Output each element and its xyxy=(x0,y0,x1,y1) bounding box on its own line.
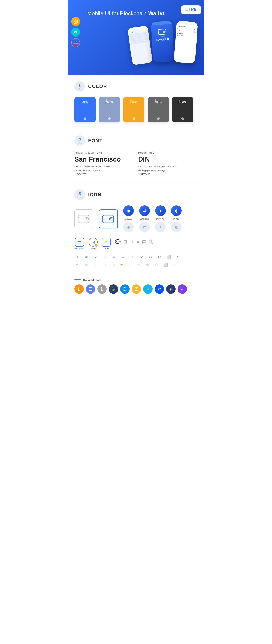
nav-exchange: ⇄ Exchange ⇄ xyxy=(139,205,150,232)
font1-lower: abcdefghijklmnopqrstuvwxyz xyxy=(74,169,134,172)
star-icon-active: ★ xyxy=(120,263,123,267)
grid-icon-ghost: ⊞ xyxy=(84,262,90,268)
ps-badge: Ps xyxy=(71,28,80,36)
moon-icon: ☽ xyxy=(130,239,134,245)
font2-styles: Medium · Bold xyxy=(138,151,198,154)
share-icon: ≺ xyxy=(138,254,144,260)
phone-2: myWallet $6,297,502.12 xyxy=(151,21,174,62)
main-icon-row: ◆ Assets ◆ ⇄ Exchange ⇄ ● Discover ● ◐ P… xyxy=(74,205,198,232)
font2-lower: abcdefghijklmnopqrstuvwxyz xyxy=(138,169,198,172)
nav-profile: ◐ Profile ◐ xyxy=(171,205,182,232)
section-number-1: 1 ONE xyxy=(74,81,85,92)
sketch-icon xyxy=(73,19,78,24)
font-sf: Regular · Medium · Bold San Francisco AB… xyxy=(74,151,134,176)
back-icon-ghost: ‹ xyxy=(126,262,132,268)
color-dot xyxy=(157,117,160,120)
font-section: 2 TWO FONT Regular · Medium · Bold San F… xyxy=(68,129,204,183)
font-grid: Regular · Medium · Bold San Francisco AB… xyxy=(74,151,198,176)
font2-nums: 1234567890 xyxy=(138,172,198,176)
color-blue: #3574FA xyxy=(74,97,96,122)
font2-upper: ABCDEFGHIJKLMNOPQRSTUVWXYZ xyxy=(138,165,198,169)
utility-icons-ghost: + ⊞ ✓ ⊟ ⌕ ★ ‹ ≺ ⚙ ⬡ ⬜ × xyxy=(74,262,198,268)
search-icon: ⌕ xyxy=(111,254,117,260)
nav-icon-pairs: ◆ Assets ◆ ⇄ Exchange ⇄ ● Discover ● ◐ P… xyxy=(123,205,182,232)
nav-discover: ● Discover ● xyxy=(155,205,166,232)
history-icon: ◷ ! xyxy=(88,238,98,246)
plus-icon: + xyxy=(74,254,80,260)
wallet-filled-icon xyxy=(102,213,115,225)
grid-icon: ⊞ xyxy=(84,254,90,260)
ui-kit-badge: UI Kit xyxy=(181,5,201,14)
discover-icon-active: ● xyxy=(155,205,166,216)
xlm-icon: ✦ xyxy=(143,284,152,294)
expand-icon: ⬜ xyxy=(166,254,172,260)
color-dot xyxy=(84,117,86,120)
poly-icon: ∞ xyxy=(178,284,187,294)
exchange-icon-inactive: ⇄ xyxy=(139,222,150,232)
profile-icon-inactive: ◐ xyxy=(171,222,182,232)
settings-icon-ghost: ⚙ xyxy=(144,262,150,268)
font1-nums: 1234567890 xyxy=(74,172,134,176)
wallet-filled-large xyxy=(99,209,118,228)
crypto-icons: ₿ Ξ Ł ◈ D Z ✦ W ◈ ∞ xyxy=(74,284,198,294)
export-icon-ghost: ⬡ xyxy=(154,262,160,268)
close-icon-ghost: × xyxy=(172,262,178,268)
font1-upper: ABCDEFGHIJKLMNOPQRSTUVWXYZ xyxy=(74,165,134,169)
check-icon-ghost: ✓ xyxy=(93,262,98,268)
screens-badge: 60+Screens xyxy=(71,38,80,47)
color-section-header: 1 ONE COLOR xyxy=(74,81,198,92)
icon-section-header: 3 THREE ICON xyxy=(74,189,198,200)
color-dark: #303030 xyxy=(172,97,194,122)
close-icon: × xyxy=(175,254,181,260)
small-icon-row: ▤ Mangment ◷ ! History ≡ Order 💬 ⊞ ☽ ● ▤… xyxy=(74,238,198,250)
blockchain-section: BlockChain Icon ₿ Ξ Ł ◈ D Z ✦ W ◈ ∞ xyxy=(68,278,204,300)
bitcoin-icon: ₿ xyxy=(74,284,84,294)
litecoin-icon: Ł xyxy=(97,284,107,294)
blockchain-line-decoration xyxy=(74,280,81,280)
font-din: Medium · Bold DIN ABCDEFGHIJKLMNOPQRSTUV… xyxy=(138,151,198,176)
section-number-3: 3 THREE xyxy=(74,189,85,200)
settings-icon: ⚙ xyxy=(148,254,154,260)
blockchain-label: BlockChain Icon xyxy=(74,278,198,281)
chat-icon: 💬 xyxy=(115,239,121,245)
zcash-icon: Z xyxy=(132,284,141,294)
ethereum-icon: Ξ xyxy=(86,284,95,294)
svg-rect-3 xyxy=(163,31,165,33)
color-section: 1 ONE COLOR #3574FA #8DA0C8 #F5A623 #666… xyxy=(68,74,204,129)
back-icon: ‹ xyxy=(129,254,135,260)
dash-icon: D xyxy=(120,284,130,294)
management-icon-group: ▤ Mangment xyxy=(74,238,84,250)
share-icon-ghost: ≺ xyxy=(135,262,141,268)
color-title: COLOR xyxy=(88,84,107,89)
export-icon: ⬡ xyxy=(156,254,162,260)
discover-icon-inactive: ● xyxy=(155,222,166,232)
circle-icon: ● xyxy=(136,239,139,245)
qr-icon: ⊟ xyxy=(102,254,108,260)
assets-icon-inactive: ◆ xyxy=(123,222,134,232)
waves-icon: W xyxy=(155,284,164,294)
utility-icons-blue: + ⊞ ✓ ⊟ ⌕ ☆ ‹ ≺ ⚙ ⬡ ⬜ × xyxy=(74,254,198,260)
color-swatches: #3574FA #8DA0C8 #F5A623 #666666 #303030 xyxy=(74,97,198,122)
font1-styles: Regular · Medium · Bold xyxy=(74,151,134,154)
sketch-badge xyxy=(71,17,80,26)
icon-section: 3 THREE ICON xyxy=(68,183,204,278)
message-icon: ▤ xyxy=(142,239,146,245)
color-dot xyxy=(182,117,184,120)
history-icon-group: ◷ ! History xyxy=(88,238,98,250)
hero-section: Mobile UI for Blockchain Wallet UI Kit P… xyxy=(68,0,204,74)
color-dot xyxy=(132,117,135,120)
color-gray: #666666 xyxy=(148,97,169,122)
section-number-2: 2 TWO xyxy=(74,136,85,146)
order-icon-group: ≡ Order xyxy=(102,238,111,250)
tool-badges: Ps 60+Screens xyxy=(71,17,80,47)
exchange-icon-active: ⇄ xyxy=(139,205,150,216)
info-icon: ⓘ xyxy=(149,239,154,245)
phone-1: Profile xyxy=(128,26,152,66)
font-title: FONT xyxy=(88,138,103,144)
phone-3: $6,297,502.12 ₿BTC738.2 ΞETH564.9 WWAVES… xyxy=(174,21,198,64)
assets-icon-active: ◆ xyxy=(123,205,134,216)
layers-icon: ⊞ xyxy=(123,239,127,245)
svg-rect-8 xyxy=(103,215,114,223)
nav-assets: ◆ Assets ◆ xyxy=(123,205,134,232)
plus-icon-ghost: + xyxy=(74,262,80,268)
